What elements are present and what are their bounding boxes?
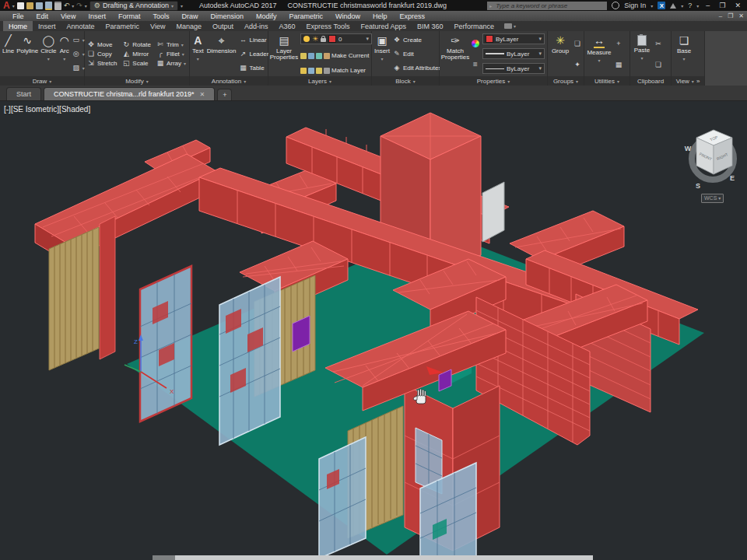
open-file-icon[interactable] <box>26 2 33 9</box>
edit-block-button[interactable]: ✎Edit <box>393 50 446 58</box>
document-tab-close-icon[interactable]: ✕ <box>200 91 205 98</box>
wcs-selector[interactable]: WCS ▾ <box>701 194 724 203</box>
lineweight-dropdown[interactable]: ByLayer ▾ <box>482 48 545 59</box>
lineweight-icon[interactable]: ≡ <box>473 61 478 68</box>
hatch-button[interactable]: ▨▾ <box>72 64 85 72</box>
menu-format[interactable]: Format <box>112 12 147 20</box>
drawing-viewport[interactable]: [-][SE Isometric][Shaded] <box>0 101 747 560</box>
text-button[interactable]: A Text ▾ <box>192 33 204 75</box>
doc-minimize-button[interactable]: – <box>719 12 722 19</box>
stretch-button[interactable]: ⇲Stretch <box>87 59 117 67</box>
help-icon[interactable]: ? <box>688 2 692 9</box>
fillet-button[interactable]: ╭Fillet▾ <box>156 50 186 58</box>
tab-insert[interactable]: Insert <box>33 21 61 31</box>
view-cube[interactable]: W S E TOP FRONT RIGHT <box>685 130 735 190</box>
group-button[interactable]: ✳ Group <box>550 33 570 75</box>
dimension-button[interactable]: ⌖ Dimension <box>207 33 237 75</box>
help-dropdown-icon[interactable]: ▾ <box>696 3 699 9</box>
color-wheel-icon[interactable] <box>472 40 479 47</box>
mirror-button[interactable]: ◭Mirror <box>122 50 151 58</box>
make-current-row[interactable]: Make Current <box>300 52 372 59</box>
viewport-controls[interactable]: [-][SE Isometric][Shaded] <box>4 105 90 114</box>
tab-view[interactable]: View <box>145 21 170 31</box>
copy-button[interactable]: ❏Copy <box>87 50 117 58</box>
exchange-apps-icon[interactable]: X <box>658 2 665 9</box>
panel-label-modify[interactable]: Modify▾ <box>85 76 189 86</box>
menu-parametric[interactable]: Parametric <box>283 12 330 20</box>
a360-dropdown-icon[interactable]: ▾ <box>681 3 683 9</box>
arc-button[interactable]: ◠ Arc ▾ <box>60 33 69 75</box>
ribbon-minimize-control[interactable]: ▾ <box>504 21 516 31</box>
document-tab[interactable]: CONSTRUCTIE christma...rld frankfurt 201… <box>44 87 215 100</box>
menu-view[interactable]: View <box>54 12 82 20</box>
save-icon[interactable] <box>36 2 43 9</box>
base-button[interactable]: ❏ Base ▾ <box>674 33 694 75</box>
trim-button[interactable]: ✄Trim▾ <box>156 40 186 48</box>
move-button[interactable]: ✥Move <box>87 40 117 48</box>
panel-label-utilities[interactable]: Utilities▾ <box>584 76 630 86</box>
panel-label-view[interactable]: View▾» <box>672 76 704 86</box>
tab-parametric[interactable]: Parametric <box>100 21 146 31</box>
doc-restore-button[interactable]: ❐ <box>728 12 733 19</box>
object-color-dropdown[interactable]: ByLayer ▾ <box>482 33 545 44</box>
panel-label-annotation[interactable]: Annotation▾ <box>190 76 268 86</box>
scrollbar-thumb[interactable] <box>153 555 175 560</box>
workspace-switcher[interactable]: ⚙ Drafting & Annotation ▾ <box>89 1 178 11</box>
start-tab[interactable]: Start <box>6 87 41 100</box>
menu-dimension[interactable]: Dimension <box>204 12 250 20</box>
horizontal-scrollbar[interactable] <box>153 555 593 560</box>
save-as-icon[interactable] <box>45 2 52 10</box>
group-select-icon[interactable]: ✦ <box>573 61 581 68</box>
search-input[interactable] <box>494 2 605 10</box>
undo-dropdown-icon[interactable]: ▾ <box>72 3 74 9</box>
line-button[interactable]: ╱ Line <box>2 33 14 75</box>
menu-file[interactable]: File <box>6 12 30 20</box>
polyline-button[interactable]: ∿ Polyline <box>17 33 37 75</box>
plot-icon[interactable] <box>54 2 61 10</box>
panel-label-draw[interactable]: Draw▾ <box>0 76 84 86</box>
menu-modify[interactable]: Modify <box>250 12 283 20</box>
menu-edit[interactable]: Edit <box>30 12 55 20</box>
tab-performance[interactable]: Performance <box>448 21 500 31</box>
quick-calc-icon[interactable]: ▦ <box>615 61 622 68</box>
menu-insert[interactable]: Insert <box>82 12 112 20</box>
redo-icon[interactable]: ↷ <box>76 2 82 9</box>
menu-window[interactable]: Window <box>329 12 366 20</box>
tab-bim-360[interactable]: BIM 360 <box>412 21 449 31</box>
tab-annotate[interactable]: Annotate <box>61 21 100 31</box>
minimize-button[interactable]: – <box>703 2 712 9</box>
layer-dropdown[interactable]: ☀ 0 ▾ <box>300 33 372 44</box>
undo-icon[interactable]: ↶ <box>64 2 70 9</box>
tab-manage[interactable]: Manage <box>170 21 207 31</box>
panel-label-layers[interactable]: Layers▾ <box>268 76 371 86</box>
match-layer-row[interactable]: Match Layer <box>300 67 372 74</box>
paste-button[interactable]: Paste ▾ <box>633 33 651 75</box>
panel-label-clipboard[interactable]: Clipboard <box>630 76 671 86</box>
search-go-icon[interactable]: ▸ <box>489 3 492 9</box>
model-canvas[interactable]: Z X W S E TOP FRONT RIGHT <box>0 101 747 560</box>
linetype-dropdown[interactable]: ByLayer ▾ <box>482 63 545 74</box>
doc-close-button[interactable]: ✕ <box>738 12 744 19</box>
rotate-button[interactable]: ↻Rotate <box>122 40 151 48</box>
tab-add-ins[interactable]: Add-ins <box>239 21 274 31</box>
close-button[interactable]: ✕ <box>732 2 743 9</box>
id-point-icon[interactable]: + <box>615 40 622 47</box>
redo-dropdown-icon[interactable]: ▾ <box>85 3 87 9</box>
edit-attributes-button[interactable]: ◈Edit Attributes▾ <box>393 64 446 72</box>
restore-button[interactable]: ❐ <box>717 2 728 9</box>
match-properties-button[interactable]: ✑ Match Properties <box>442 33 468 75</box>
insert-button[interactable]: ▣ Insert ▾ <box>374 33 390 75</box>
autocad-logo-icon[interactable]: A <box>3 1 10 10</box>
cut-icon[interactable]: ✂ <box>654 40 662 47</box>
copy-clip-icon[interactable]: ❏ <box>654 61 662 68</box>
group-edit-icon[interactable]: ❏ <box>573 40 581 47</box>
a360-icon[interactable] <box>670 3 676 9</box>
layer-properties-button[interactable]: ▤ Layer Properties <box>271 33 297 75</box>
tab-express-tools[interactable]: Express Tools <box>301 21 356 31</box>
tab-home[interactable]: Home <box>3 21 33 31</box>
tab-a360[interactable]: A360 <box>274 21 301 31</box>
menu-tools[interactable]: Tools <box>146 12 175 20</box>
panel-label-block[interactable]: Block▾ <box>372 76 439 86</box>
measure-button[interactable]: ↔ Measure ▾ <box>587 33 612 75</box>
new-file-icon[interactable] <box>17 2 24 9</box>
